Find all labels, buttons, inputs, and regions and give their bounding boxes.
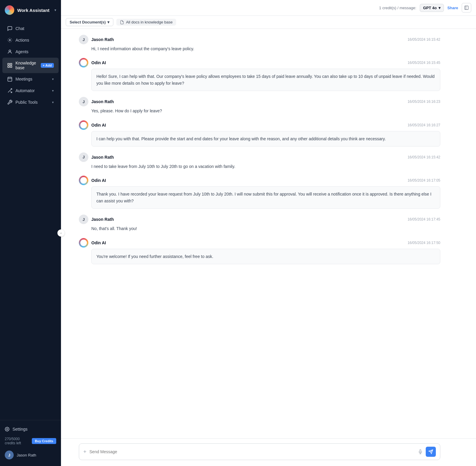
message-text: I can help you with that. Please provide…: [91, 131, 440, 147]
message-header: Odin AI 16/05/2024 16:15:45: [79, 58, 440, 67]
message-group: J Jason Rath 16/05/2024 16:17:45 No, tha…: [79, 215, 440, 232]
sidebar-chevron-icon: ▾: [54, 8, 56, 12]
agents-icon: [7, 49, 12, 54]
attach-icon[interactable]: +: [83, 449, 87, 455]
avatar: J: [79, 97, 88, 106]
chat-icon: [7, 26, 12, 31]
message-header: Odin AI 16/05/2024 16:17:05: [79, 176, 440, 185]
message-text: Hello! Sure, I can help with that. Our c…: [91, 69, 440, 91]
message-text: No, that's all. Thank you!: [91, 225, 440, 232]
timestamp: 16/05/2024 16:17:05: [408, 178, 440, 182]
all-docs-label: All docs in knowledge base: [126, 20, 173, 24]
sidebar-item-agents-label: Agents: [15, 49, 54, 54]
timestamp: 16/05/2024 16:16:23: [408, 100, 440, 104]
svg-rect-2: [8, 63, 9, 65]
sidebar-nav: Chat Actions Agents Knowledge base + Add: [0, 20, 61, 420]
mic-icon[interactable]: [418, 449, 423, 454]
message-header: J Jason Rath 16/05/2024 16:17:45: [79, 215, 440, 224]
model-label: GPT 4o: [423, 6, 437, 10]
add-badge[interactable]: + Add: [41, 63, 54, 68]
svg-rect-13: [465, 6, 468, 10]
timestamp: 16/05/2024 16:17:50: [408, 241, 440, 245]
message-text: You're welcome! If you need further assi…: [91, 249, 440, 264]
sidebar-item-chat-label: Chat: [15, 26, 54, 31]
message-group: J Jason Rath 16/05/2024 16:16:23 Yes, pl…: [79, 97, 440, 114]
sidebar-item-knowledge-base[interactable]: Knowledge base + Add: [2, 58, 59, 73]
sender-name: Jason Rath: [91, 99, 114, 104]
send-button[interactable]: [426, 447, 436, 457]
settings-icon: [5, 427, 10, 432]
ai-avatar: [79, 58, 88, 67]
message-header: J Jason Rath 16/05/2024 16:15:42: [79, 152, 440, 162]
sidebar-header[interactable]: Work Assistant ▾: [0, 0, 61, 20]
credits-text: 270/5000 credits left: [5, 437, 29, 445]
message-header: Odin AI 16/05/2024 16:16:27: [79, 120, 440, 130]
collapse-sidebar-button[interactable]: ‹: [57, 229, 65, 237]
top-bar: 1 credit(s) / message: GPT 4o ▾ Share: [61, 0, 476, 16]
select-documents-button[interactable]: Select Document(s) ▾: [66, 18, 113, 26]
settings-label: Settings: [12, 427, 28, 432]
message-input[interactable]: [90, 449, 415, 454]
message-header: J Jason Rath 16/05/2024 16:16:23: [79, 97, 440, 106]
sidebar-item-meetings[interactable]: Meetings ▾: [2, 73, 59, 85]
meetings-chevron-icon: ▾: [52, 77, 54, 81]
sidebar-item-actions-label: Actions: [15, 38, 54, 42]
svg-rect-3: [10, 63, 12, 65]
timestamp: 16/05/2024 16:17:45: [408, 217, 440, 221]
filter-bar: Select Document(s) ▾ All docs in knowled…: [61, 16, 476, 29]
message-text: Thank you. I have recorded your leave re…: [91, 186, 440, 209]
avatar: J: [79, 215, 88, 224]
credits-bar: 270/5000 credits left Buy Credits: [2, 434, 59, 448]
sidebar-footer: Settings 270/5000 credits left Buy Credi…: [0, 420, 61, 466]
message-group: J Jason Rath 16/05/2024 16:15:42 Hi, I n…: [79, 35, 440, 52]
sidebar-item-automator-label: Automator: [15, 88, 49, 93]
sender-name: Jason Rath: [91, 37, 114, 42]
sidebar-item-public-tools[interactable]: Public Tools ▾: [2, 97, 59, 108]
sidebar-item-automator[interactable]: Automator ▾: [2, 85, 59, 96]
message-header: J Jason Rath 16/05/2024 16:15:42: [79, 35, 440, 44]
message-text: Hi, I need information about the company…: [91, 45, 440, 52]
tools-icon: [7, 100, 12, 105]
all-docs-tag: All docs in knowledge base: [116, 19, 176, 26]
share-button[interactable]: Share: [447, 6, 458, 10]
svg-rect-5: [8, 66, 9, 67]
message-group: Odin AI 16/05/2024 16:17:50 You're welco…: [79, 238, 440, 264]
message-text: I need to take leave from July 10th to J…: [91, 163, 440, 170]
sender-name: Odin AI: [91, 178, 106, 183]
sidebar-item-agents[interactable]: Agents: [2, 46, 59, 57]
settings-item[interactable]: Settings: [2, 424, 59, 434]
timestamp: 16/05/2024 16:15:42: [408, 37, 440, 42]
avatar: J: [5, 451, 14, 459]
svg-point-12: [7, 429, 8, 430]
tools-chevron-icon: ▾: [52, 100, 54, 104]
meetings-icon: [7, 76, 12, 82]
sidebar: Work Assistant ▾ Chat Actions Agents: [0, 0, 61, 466]
avatar: J: [79, 35, 88, 44]
automator-icon: [7, 88, 12, 93]
doc-panel-button[interactable]: [462, 3, 471, 12]
message-group: Odin AI 16/05/2024 16:17:05 Thank you. I…: [79, 176, 440, 209]
knowledge-icon: [7, 63, 12, 68]
svg-point-1: [9, 50, 11, 52]
model-selector[interactable]: GPT 4o ▾: [420, 4, 444, 12]
sender-name: Odin AI: [91, 240, 106, 245]
message-input-box: +: [79, 443, 440, 460]
sidebar-item-knowledge-label: Knowledge base: [15, 61, 38, 70]
message-group: Odin AI 16/05/2024 16:16:27 I can help y…: [79, 120, 440, 147]
app-title: Work Assistant: [17, 8, 51, 13]
sidebar-item-meetings-label: Meetings: [15, 77, 49, 81]
main-content: 1 credit(s) / message: GPT 4o ▾ Share Se…: [61, 0, 476, 466]
sidebar-item-actions[interactable]: Actions: [2, 34, 59, 46]
buy-credits-button[interactable]: Buy Credits: [32, 438, 56, 444]
timestamp: 16/05/2024 16:16:27: [408, 123, 440, 127]
user-row[interactable]: J Jason Rath: [2, 448, 59, 462]
timestamp: 16/05/2024 16:15:42: [408, 155, 440, 159]
ai-avatar: [79, 176, 88, 185]
credits-per-message: 1 credit(s) / message:: [379, 6, 416, 10]
model-chevron-icon: ▾: [439, 6, 441, 10]
message-text: Yes, please. How do I apply for leave?: [91, 108, 440, 114]
message-group: Odin AI 16/05/2024 16:15:45 Hello! Sure,…: [79, 58, 440, 91]
select-docs-label: Select Document(s): [70, 20, 106, 24]
sidebar-item-chat[interactable]: Chat: [2, 23, 59, 34]
sender-name: Jason Rath: [91, 155, 114, 160]
